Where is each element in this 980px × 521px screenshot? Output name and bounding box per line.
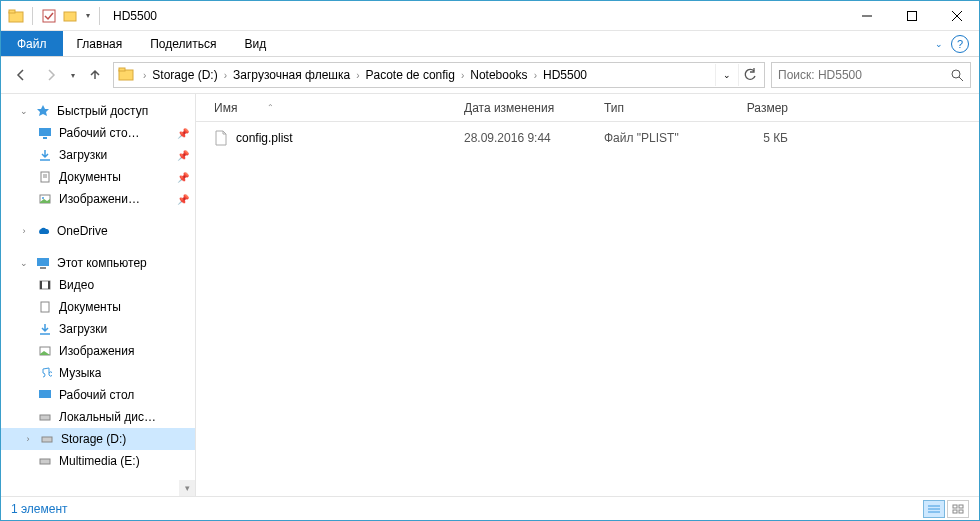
sidebar-onedrive[interactable]: › OneDrive xyxy=(1,220,195,242)
svg-rect-13 xyxy=(43,137,47,139)
search-icon[interactable] xyxy=(950,68,964,82)
chevron-right-icon[interactable]: › xyxy=(458,70,467,81)
sidebar-item-music[interactable]: Музыка xyxy=(1,362,195,384)
desktop-icon xyxy=(37,125,53,141)
column-headers: Имя ⌃ Дата изменения Тип Размер xyxy=(196,94,979,122)
sidebar-item-desktop[interactable]: Рабочий стол xyxy=(1,384,195,406)
folder-icon xyxy=(7,7,25,25)
breadcrumb-item[interactable]: HD5500 xyxy=(540,68,590,82)
qat-newfolder-icon[interactable] xyxy=(62,7,80,25)
column-header-size[interactable]: Размер xyxy=(716,101,796,115)
svg-rect-20 xyxy=(37,258,49,266)
sidebar-item-desktop[interactable]: Рабочий сто… 📌 xyxy=(1,122,195,144)
file-icon xyxy=(214,130,230,146)
svg-point-19 xyxy=(42,197,44,199)
downloads-icon xyxy=(37,147,53,163)
svg-rect-21 xyxy=(40,267,46,269)
refresh-button[interactable] xyxy=(738,64,760,86)
svg-rect-31 xyxy=(40,459,50,464)
search-box[interactable] xyxy=(771,62,971,88)
maximize-button[interactable] xyxy=(889,1,934,31)
documents-icon xyxy=(37,169,53,185)
column-header-name[interactable]: Имя ⌃ xyxy=(206,101,456,115)
file-name: config.plist xyxy=(236,131,293,145)
file-date: 28.09.2016 9:44 xyxy=(456,131,596,145)
ribbon-tab-view[interactable]: Вид xyxy=(230,31,280,56)
folder-icon xyxy=(118,66,136,84)
sidebar-item-storage-d[interactable]: › Storage (D:) xyxy=(1,428,195,450)
svg-rect-37 xyxy=(953,510,957,513)
close-button[interactable] xyxy=(934,1,979,31)
file-type: Файл "PLIST" xyxy=(596,131,716,145)
view-large-icons-button[interactable] xyxy=(947,500,969,518)
svg-rect-5 xyxy=(907,11,916,20)
sidebar-item-pictures[interactable]: Изображения xyxy=(1,340,195,362)
sidebar-item-documents[interactable]: Документы xyxy=(1,296,195,318)
navbar: ▾ › Storage (D:) › Загрузочная флешка › … xyxy=(1,57,979,93)
music-icon xyxy=(37,365,53,381)
file-row[interactable]: config.plist 28.09.2016 9:44 Файл "PLIST… xyxy=(196,126,979,150)
address-dropdown-button[interactable]: ⌄ xyxy=(715,64,737,86)
svg-rect-38 xyxy=(959,510,963,513)
breadcrumb-item[interactable]: Storage (D:) xyxy=(149,68,220,82)
svg-line-11 xyxy=(959,77,963,81)
column-header-type[interactable]: Тип xyxy=(596,101,716,115)
chevron-right-icon[interactable]: › xyxy=(23,434,33,444)
drive-icon xyxy=(37,409,53,425)
star-icon xyxy=(35,103,51,119)
qat-properties-icon[interactable] xyxy=(40,7,58,25)
chevron-right-icon[interactable]: › xyxy=(19,226,29,236)
sidebar-thispc[interactable]: ⌄ Этот компьютер xyxy=(1,252,195,274)
scrollbar-down-button[interactable]: ▾ xyxy=(179,480,195,496)
chevron-right-icon[interactable]: › xyxy=(353,70,362,81)
chevron-down-icon[interactable]: ⌄ xyxy=(19,106,29,116)
svg-rect-2 xyxy=(43,10,55,22)
sidebar-item-multimedia-e[interactable]: Multimedia (E:) xyxy=(1,450,195,472)
breadcrumb-item[interactable]: Загрузочная флешка xyxy=(230,68,353,82)
ribbon: Файл Главная Поделиться Вид ⌄ ? xyxy=(1,31,979,57)
search-input[interactable] xyxy=(778,68,950,82)
breadcrumb-item[interactable]: Notebooks xyxy=(467,68,530,82)
sidebar-item-videos[interactable]: Видео xyxy=(1,274,195,296)
ribbon-expand-button[interactable]: ⌄ ? xyxy=(925,31,979,56)
nav-back-button[interactable] xyxy=(9,63,33,87)
minimize-button[interactable] xyxy=(844,1,889,31)
ribbon-tab-home[interactable]: Главная xyxy=(63,31,137,56)
sidebar-item-documents[interactable]: Документы 📌 xyxy=(1,166,195,188)
pin-icon: 📌 xyxy=(177,150,189,161)
svg-rect-30 xyxy=(42,437,52,442)
nav-history-dropdown[interactable]: ▾ xyxy=(69,71,77,80)
nav-forward-button[interactable] xyxy=(39,63,63,87)
chevron-right-icon[interactable]: › xyxy=(221,70,230,81)
ribbon-tab-share[interactable]: Поделиться xyxy=(136,31,230,56)
svg-rect-12 xyxy=(39,128,51,136)
view-details-button[interactable] xyxy=(923,500,945,518)
computer-icon xyxy=(35,255,51,271)
sidebar-item-downloads[interactable]: Загрузки xyxy=(1,318,195,340)
svg-rect-23 xyxy=(40,281,42,289)
sidebar-item-localdisk[interactable]: Локальный дис… xyxy=(1,406,195,428)
svg-rect-25 xyxy=(41,302,49,312)
column-header-date[interactable]: Дата изменения xyxy=(456,101,596,115)
breadcrumb-item[interactable]: Pacote de config xyxy=(363,68,458,82)
sidebar-item-pictures[interactable]: Изображени… 📌 xyxy=(1,188,195,210)
help-icon[interactable]: ? xyxy=(951,35,969,53)
sidebar-item-downloads[interactable]: Загрузки 📌 xyxy=(1,144,195,166)
sidebar: ⌄ Быстрый доступ Рабочий сто… 📌 Загрузки… xyxy=(1,94,196,496)
desktop-icon xyxy=(37,387,53,403)
chevron-down-icon[interactable]: ⌄ xyxy=(19,258,29,268)
ribbon-file-tab[interactable]: Файл xyxy=(1,31,63,56)
address-bar[interactable]: › Storage (D:) › Загрузочная флешка › Pa… xyxy=(113,62,765,88)
drive-icon xyxy=(39,431,55,447)
drive-icon xyxy=(37,453,53,469)
window-title: HD5500 xyxy=(113,9,157,23)
chevron-right-icon[interactable]: › xyxy=(140,70,149,81)
qat-dropdown-icon[interactable]: ▾ xyxy=(84,11,92,20)
chevron-right-icon[interactable]: › xyxy=(531,70,540,81)
titlebar: ▾ HD5500 xyxy=(1,1,979,31)
cloud-icon xyxy=(35,223,51,239)
svg-rect-24 xyxy=(48,281,50,289)
nav-up-button[interactable] xyxy=(83,63,107,87)
downloads-icon xyxy=(37,321,53,337)
sidebar-quickaccess[interactable]: ⌄ Быстрый доступ xyxy=(1,100,195,122)
